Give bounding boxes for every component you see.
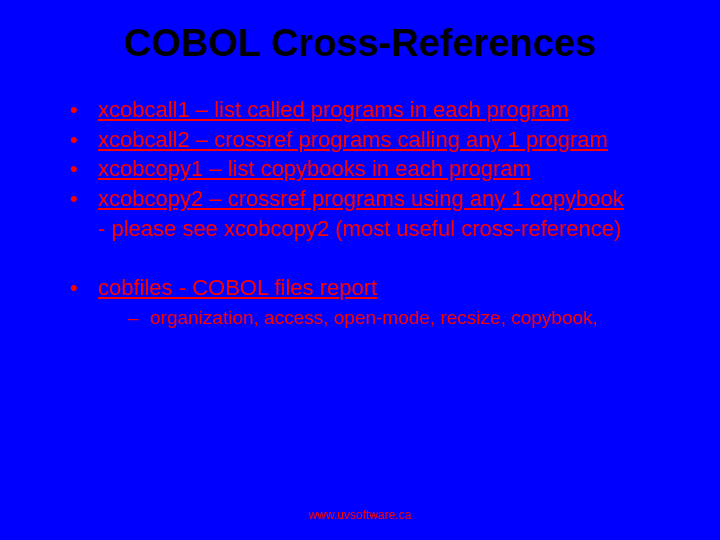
crossref-link[interactable]: xcobcall2 – crossref programs calling an…	[98, 127, 608, 152]
slide-body: xcobcall1 – list called programs in each…	[0, 95, 720, 332]
list-item: xcobcall2 – crossref programs calling an…	[70, 125, 670, 155]
cobfiles-link[interactable]: cobfiles - COBOL files report	[98, 275, 377, 300]
list-item: cobfiles - COBOL files report organizati…	[70, 273, 670, 331]
list-item: xcobcopy1 – list copybooks in each progr…	[70, 154, 670, 184]
spacer	[70, 243, 670, 273]
slide-title: COBOL Cross-References	[0, 0, 720, 95]
crossref-link[interactable]: xcobcall1 – list called programs in each…	[98, 97, 569, 122]
sub-text: organization, access, open-mode, recsize…	[150, 307, 598, 328]
sub-item: organization, access, open-mode, recsize…	[128, 305, 670, 332]
sub-list: organization, access, open-mode, recsize…	[98, 305, 670, 332]
note-line: - please see xcobcopy2 (most useful cros…	[70, 214, 670, 244]
list-item: xcobcall1 – list called programs in each…	[70, 95, 670, 125]
crossref-link[interactable]: xcobcopy2 – crossref programs using any …	[98, 186, 624, 211]
note-text: - please see xcobcopy2 (most useful cros…	[98, 216, 621, 241]
list-item: xcobcopy2 – crossref programs using any …	[70, 184, 670, 214]
footer-url: www.uvsoftware.ca	[0, 508, 720, 522]
second-list: cobfiles - COBOL files report organizati…	[70, 273, 670, 331]
main-list: xcobcall1 – list called programs in each…	[70, 95, 670, 243]
crossref-link[interactable]: xcobcopy1 – list copybooks in each progr…	[98, 156, 531, 181]
slide: COBOL Cross-References xcobcall1 – list …	[0, 0, 720, 540]
